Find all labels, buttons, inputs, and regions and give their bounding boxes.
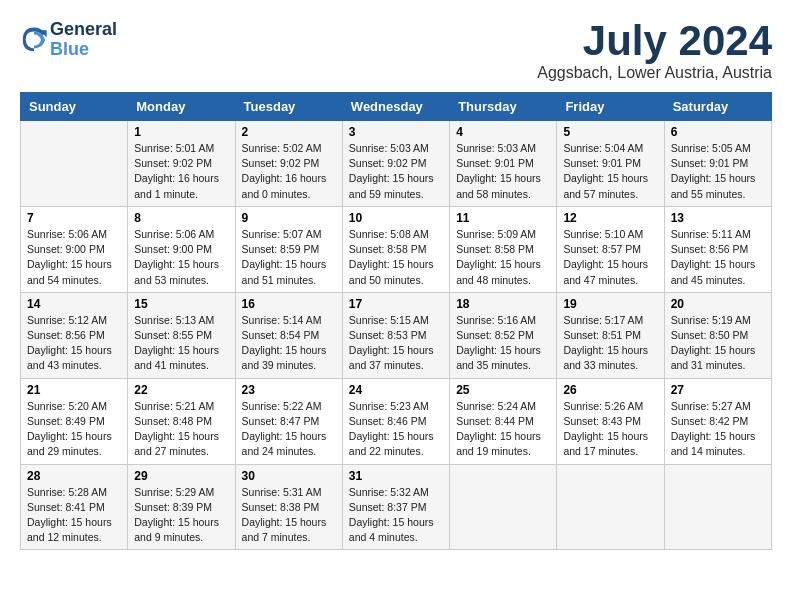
calendar-week-row: 1 Sunrise: 5:01 AMSunset: 9:02 PMDayligh… — [21, 121, 772, 207]
calendar-cell: 26 Sunrise: 5:26 AMSunset: 8:43 PMDaylig… — [557, 378, 664, 464]
month-title: July 2024 — [537, 20, 772, 62]
day-number: 15 — [134, 297, 228, 311]
day-info: Sunrise: 5:16 AMSunset: 8:52 PMDaylight:… — [456, 313, 550, 374]
calendar-cell: 16 Sunrise: 5:14 AMSunset: 8:54 PMDaylig… — [235, 292, 342, 378]
header-wednesday: Wednesday — [342, 93, 449, 121]
day-info: Sunrise: 5:22 AMSunset: 8:47 PMDaylight:… — [242, 399, 336, 460]
calendar-cell: 1 Sunrise: 5:01 AMSunset: 9:02 PMDayligh… — [128, 121, 235, 207]
header-tuesday: Tuesday — [235, 93, 342, 121]
calendar-table: SundayMondayTuesdayWednesdayThursdayFrid… — [20, 92, 772, 550]
day-info: Sunrise: 5:08 AMSunset: 8:58 PMDaylight:… — [349, 227, 443, 288]
calendar-cell: 14 Sunrise: 5:12 AMSunset: 8:56 PMDaylig… — [21, 292, 128, 378]
day-info: Sunrise: 5:19 AMSunset: 8:50 PMDaylight:… — [671, 313, 765, 374]
location-subtitle: Aggsbach, Lower Austria, Austria — [537, 64, 772, 82]
day-info: Sunrise: 5:17 AMSunset: 8:51 PMDaylight:… — [563, 313, 657, 374]
calendar-cell: 5 Sunrise: 5:04 AMSunset: 9:01 PMDayligh… — [557, 121, 664, 207]
calendar-cell — [557, 464, 664, 550]
day-number: 7 — [27, 211, 121, 225]
day-info: Sunrise: 5:28 AMSunset: 8:41 PMDaylight:… — [27, 485, 121, 546]
calendar-cell: 6 Sunrise: 5:05 AMSunset: 9:01 PMDayligh… — [664, 121, 771, 207]
calendar-cell: 15 Sunrise: 5:13 AMSunset: 8:55 PMDaylig… — [128, 292, 235, 378]
day-info: Sunrise: 5:23 AMSunset: 8:46 PMDaylight:… — [349, 399, 443, 460]
calendar-cell: 27 Sunrise: 5:27 AMSunset: 8:42 PMDaylig… — [664, 378, 771, 464]
day-info: Sunrise: 5:24 AMSunset: 8:44 PMDaylight:… — [456, 399, 550, 460]
calendar-cell: 31 Sunrise: 5:32 AMSunset: 8:37 PMDaylig… — [342, 464, 449, 550]
calendar-cell: 28 Sunrise: 5:28 AMSunset: 8:41 PMDaylig… — [21, 464, 128, 550]
calendar-cell: 12 Sunrise: 5:10 AMSunset: 8:57 PMDaylig… — [557, 206, 664, 292]
calendar-week-row: 28 Sunrise: 5:28 AMSunset: 8:41 PMDaylig… — [21, 464, 772, 550]
day-number: 13 — [671, 211, 765, 225]
header-saturday: Saturday — [664, 93, 771, 121]
day-info: Sunrise: 5:21 AMSunset: 8:48 PMDaylight:… — [134, 399, 228, 460]
day-number: 28 — [27, 469, 121, 483]
logo: GeneralBlue — [20, 20, 117, 60]
calendar-week-row: 21 Sunrise: 5:20 AMSunset: 8:49 PMDaylig… — [21, 378, 772, 464]
day-number: 27 — [671, 383, 765, 397]
calendar-cell: 18 Sunrise: 5:16 AMSunset: 8:52 PMDaylig… — [450, 292, 557, 378]
calendar-cell: 25 Sunrise: 5:24 AMSunset: 8:44 PMDaylig… — [450, 378, 557, 464]
logo-icon — [20, 26, 48, 54]
calendar-week-row: 7 Sunrise: 5:06 AMSunset: 9:00 PMDayligh… — [21, 206, 772, 292]
day-number: 25 — [456, 383, 550, 397]
day-number: 29 — [134, 469, 228, 483]
calendar-cell: 19 Sunrise: 5:17 AMSunset: 8:51 PMDaylig… — [557, 292, 664, 378]
day-number: 3 — [349, 125, 443, 139]
day-info: Sunrise: 5:32 AMSunset: 8:37 PMDaylight:… — [349, 485, 443, 546]
day-number: 19 — [563, 297, 657, 311]
day-info: Sunrise: 5:05 AMSunset: 9:01 PMDaylight:… — [671, 141, 765, 202]
day-number: 22 — [134, 383, 228, 397]
calendar-cell: 3 Sunrise: 5:03 AMSunset: 9:02 PMDayligh… — [342, 121, 449, 207]
logo-name: GeneralBlue — [50, 20, 117, 60]
day-info: Sunrise: 5:14 AMSunset: 8:54 PMDaylight:… — [242, 313, 336, 374]
day-number: 1 — [134, 125, 228, 139]
header-friday: Friday — [557, 93, 664, 121]
calendar-cell: 9 Sunrise: 5:07 AMSunset: 8:59 PMDayligh… — [235, 206, 342, 292]
calendar-cell: 24 Sunrise: 5:23 AMSunset: 8:46 PMDaylig… — [342, 378, 449, 464]
calendar-cell: 13 Sunrise: 5:11 AMSunset: 8:56 PMDaylig… — [664, 206, 771, 292]
day-number: 10 — [349, 211, 443, 225]
day-info: Sunrise: 5:02 AMSunset: 9:02 PMDaylight:… — [242, 141, 336, 202]
header-sunday: Sunday — [21, 93, 128, 121]
day-info: Sunrise: 5:01 AMSunset: 9:02 PMDaylight:… — [134, 141, 228, 202]
logo-text-block: GeneralBlue — [50, 20, 117, 60]
calendar-cell: 10 Sunrise: 5:08 AMSunset: 8:58 PMDaylig… — [342, 206, 449, 292]
day-number: 17 — [349, 297, 443, 311]
day-number: 6 — [671, 125, 765, 139]
calendar-cell: 29 Sunrise: 5:29 AMSunset: 8:39 PMDaylig… — [128, 464, 235, 550]
day-number: 26 — [563, 383, 657, 397]
day-number: 11 — [456, 211, 550, 225]
calendar-cell: 21 Sunrise: 5:20 AMSunset: 8:49 PMDaylig… — [21, 378, 128, 464]
calendar-week-row: 14 Sunrise: 5:12 AMSunset: 8:56 PMDaylig… — [21, 292, 772, 378]
day-info: Sunrise: 5:31 AMSunset: 8:38 PMDaylight:… — [242, 485, 336, 546]
day-info: Sunrise: 5:06 AMSunset: 9:00 PMDaylight:… — [27, 227, 121, 288]
day-info: Sunrise: 5:27 AMSunset: 8:42 PMDaylight:… — [671, 399, 765, 460]
day-info: Sunrise: 5:26 AMSunset: 8:43 PMDaylight:… — [563, 399, 657, 460]
calendar-cell: 23 Sunrise: 5:22 AMSunset: 8:47 PMDaylig… — [235, 378, 342, 464]
calendar-cell: 7 Sunrise: 5:06 AMSunset: 9:00 PMDayligh… — [21, 206, 128, 292]
calendar-cell — [450, 464, 557, 550]
title-block: July 2024 Aggsbach, Lower Austria, Austr… — [537, 20, 772, 82]
calendar-cell: 11 Sunrise: 5:09 AMSunset: 8:58 PMDaylig… — [450, 206, 557, 292]
header-thursday: Thursday — [450, 93, 557, 121]
day-info: Sunrise: 5:09 AMSunset: 8:58 PMDaylight:… — [456, 227, 550, 288]
day-info: Sunrise: 5:07 AMSunset: 8:59 PMDaylight:… — [242, 227, 336, 288]
day-info: Sunrise: 5:20 AMSunset: 8:49 PMDaylight:… — [27, 399, 121, 460]
day-info: Sunrise: 5:11 AMSunset: 8:56 PMDaylight:… — [671, 227, 765, 288]
day-number: 24 — [349, 383, 443, 397]
day-number: 31 — [349, 469, 443, 483]
day-number: 20 — [671, 297, 765, 311]
day-number: 14 — [27, 297, 121, 311]
calendar-cell: 4 Sunrise: 5:03 AMSunset: 9:01 PMDayligh… — [450, 121, 557, 207]
day-number: 12 — [563, 211, 657, 225]
calendar-cell — [664, 464, 771, 550]
calendar-cell: 30 Sunrise: 5:31 AMSunset: 8:38 PMDaylig… — [235, 464, 342, 550]
calendar-cell: 22 Sunrise: 5:21 AMSunset: 8:48 PMDaylig… — [128, 378, 235, 464]
day-number: 18 — [456, 297, 550, 311]
calendar-cell: 20 Sunrise: 5:19 AMSunset: 8:50 PMDaylig… — [664, 292, 771, 378]
calendar-cell — [21, 121, 128, 207]
calendar-cell: 2 Sunrise: 5:02 AMSunset: 9:02 PMDayligh… — [235, 121, 342, 207]
day-number: 23 — [242, 383, 336, 397]
day-info: Sunrise: 5:03 AMSunset: 9:02 PMDaylight:… — [349, 141, 443, 202]
day-number: 9 — [242, 211, 336, 225]
day-number: 5 — [563, 125, 657, 139]
